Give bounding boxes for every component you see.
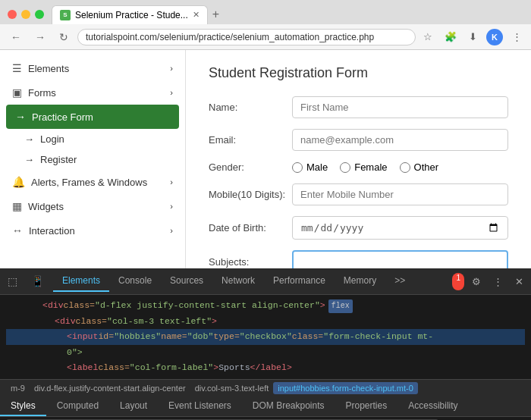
gender-male-radio[interactable] [292,162,303,173]
mobile-input[interactable] [292,183,508,205]
dom-attr-type: type= [213,330,240,343]
form-area: Student Registration Form Name: Email: G… [186,50,531,268]
devtools-settings-icon[interactable]: ⚙ [467,273,485,290]
dom-attr-val-2: "col-sm-3 text-left" [107,315,212,328]
tab-styles[interactable]: Styles [0,396,46,416]
forms-icon: ▣ [12,86,22,99]
tab-accessibility[interactable]: Accessibility [397,396,468,416]
gender-other[interactable]: Other [400,161,439,173]
sidebar-item-alerts[interactable]: 🔔 Alerts, Frames & Windows › [0,170,185,194]
devtools-device-icon[interactable]: 📱 [27,272,49,290]
address-bar[interactable]: tutorialspoint.com/selenium/practice/sel… [77,29,416,45]
sidebar-item-practice-form[interactable]: → Practice Form [6,105,179,129]
dom-line-4: 0"> [6,345,525,360]
breadcrumb-colsm3[interactable]: div.col-sm-3.text-left [190,382,274,394]
sidebar-label-interaction: Interaction [29,225,75,237]
breadcrumb-bar: m-9 div.d-flex.justify-content-start.ali… [0,379,531,396]
sidebar-label-practice-form: Practice Form [32,111,93,123]
active-tab[interactable]: S Selenium Practice - Stude... ✕ [52,5,208,24]
extension-icon[interactable]: 🧩 [441,30,460,44]
dom-close-5: </label> [250,361,292,375]
back-button[interactable]: ← [6,30,26,45]
nav-icons: ☆ 🧩 ⬇ K ⋮ [420,29,525,45]
error-badge: 1 [452,273,464,290]
devtools-more-icon[interactable]: ⋮ [489,273,507,290]
devtools-tab-more[interactable]: >> [385,271,414,292]
sidebar-item-register[interactable]: → Register [0,149,185,170]
sidebar-item-forms[interactable]: ▣ Forms › [0,80,185,105]
sidebar-item-widgets[interactable]: ▦ Widgets › [0,194,185,218]
dom-tree: <div class= "d-flex justify-content-star… [0,295,531,379]
devtools-tab-network[interactable]: Network [212,271,264,292]
dob-input[interactable] [292,216,508,240]
close-btn[interactable] [8,10,17,19]
devtools-tab-elements[interactable]: Elements [53,271,109,292]
dom-line-4-text: 0"> [67,346,83,359]
tab-event-listeners[interactable]: Event Listeners [158,396,242,416]
breadcrumb-m9[interactable]: m-9 [6,382,30,394]
dom-line-5: <label class= "col-form-label" > Sports … [6,360,525,375]
new-tab-button[interactable]: + [208,5,224,24]
dom-attr-class-2: class= [76,315,107,328]
breadcrumb-dflex[interactable]: div.d-flex.justify-content-start.align-c… [30,382,190,394]
sidebar-label-elements: Elements [28,63,69,74]
dob-row: Date of Birth: [209,216,508,240]
name-input[interactable] [292,96,508,118]
devtools-toolbar: ⬚ 📱 Elements Console Sources Network Per… [0,268,531,295]
devtools-close-icon[interactable]: ✕ [511,273,528,290]
breadcrumb-input[interactable]: input#hobbies.form-check-input.mt-0 [273,382,418,394]
dom-line-3[interactable]: <input id= "hobbies" name= "dob" type= "… [6,329,525,344]
dom-attr-val-5: "col-form-label" [130,361,213,375]
devtools-tab-console[interactable]: Console [109,271,161,292]
sidebar-item-login[interactable]: → Login [0,129,185,149]
email-input[interactable] [292,129,508,151]
user-avatar[interactable]: K [486,29,503,45]
devtools-tab-performance[interactable]: Performance [264,271,335,292]
dob-label: Date of Birth: [209,222,292,234]
tab-layout[interactable]: Layout [109,396,158,416]
subjects-input[interactable] [292,250,508,268]
maximize-btn[interactable] [35,10,44,19]
tab-bar: S Selenium Practice - Stude... ✕ + [0,0,531,24]
interaction-icon: ↔ [12,224,23,237]
tab-close-icon[interactable]: ✕ [193,10,200,20]
devtools-tab-sources[interactable]: Sources [161,271,212,292]
tab-properties[interactable]: Properties [335,396,398,416]
dom-tag-5: <label [67,361,98,375]
sidebar-label-login: Login [40,133,64,145]
bookmark-icon[interactable]: ☆ [420,30,435,44]
gender-other-radio[interactable] [400,162,410,173]
dom-tag-1: <div [42,299,64,312]
sidebar: ☰ Elements › ▣ Forms › → Practice Form →… [0,50,186,268]
sidebar-item-interaction[interactable]: ↔ Interaction › [0,218,185,243]
minimize-btn[interactable] [21,10,30,19]
gender-female-label: Female [354,161,387,173]
refresh-button[interactable]: ↻ [55,30,73,45]
forward-button[interactable]: → [30,30,50,45]
dom-attr-name-val: "dob" [187,330,214,343]
gender-male[interactable]: Male [292,161,328,173]
mobile-row: Mobile(10 Digits): [209,183,508,205]
name-row: Name: [209,96,508,118]
tab-computed[interactable]: Computed [46,396,109,416]
download-icon[interactable]: ⬇ [466,30,480,44]
tab-label: Selenium Practice - Stude... [75,10,188,20]
gender-male-label: Male [306,161,328,173]
dom-attr-name: name= [161,330,187,343]
gender-female-radio[interactable] [340,162,350,173]
sidebar-label-widgets: Widgets [28,201,64,212]
devtools: ⬚ 📱 Elements Console Sources Network Per… [0,268,531,420]
dom-attr-class-3: class= [292,330,323,343]
practice-form-icon: → [15,111,26,123]
gender-row: Gender: Male Female Other [209,161,508,173]
sidebar-item-elements[interactable]: ☰ Elements › [0,56,185,80]
devtools-inspect-icon[interactable]: ⬚ [3,272,22,290]
tab-dom-breakpoints[interactable]: DOM Breakpoints [242,396,335,416]
widgets-arrow: › [170,202,173,211]
devtools-right-icons: 1 ⚙ ⋮ ✕ [452,273,528,290]
elements-icon: ☰ [12,62,22,74]
devtools-tab-memory[interactable]: Memory [335,271,385,292]
gender-female[interactable]: Female [340,161,387,173]
menu-icon[interactable]: ⋮ [509,30,525,44]
styles-tabs: Styles Computed Layout Event Listeners D… [0,396,531,417]
